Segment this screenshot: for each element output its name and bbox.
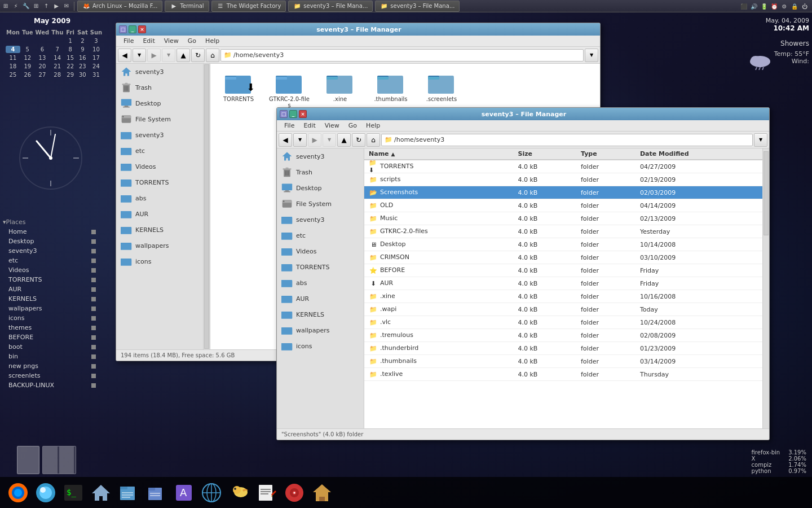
fm1-sidebar-item[interactable]: etc [116, 143, 203, 159]
fm2-menu-go[interactable]: Go [344, 121, 361, 130]
table-row[interactable]: 📁.xine4.0 kB folder10/16/2008 [364, 290, 762, 303]
dock-bird[interactable] [227, 480, 251, 505]
fm2-sidebar-item[interactable]: KERNELS [277, 306, 364, 322]
calendar-day[interactable]: 16 [77, 54, 89, 62]
fm2-list-scroll[interactable] [762, 148, 769, 428]
fm2-sidebar-item[interactable]: Trash [277, 164, 364, 180]
place-item[interactable]: Desktop [0, 237, 104, 246]
calendar-day[interactable]: 30 [77, 71, 89, 78]
fm2-sidebar-item[interactable]: TORRENTS [277, 259, 364, 275]
dock-music[interactable] [282, 480, 307, 505]
fm2-sidebar-item[interactable]: Desktop [277, 180, 364, 196]
table-row[interactable]: ⬇AUR4.0 kB folderFriday [364, 277, 762, 290]
column-header[interactable]: Date Modified [636, 148, 762, 160]
fm2-menu-help[interactable]: Help [361, 121, 385, 130]
fm1-close-btn[interactable]: × [138, 25, 146, 33]
sys-icon-3[interactable]: 🔧 [21, 2, 30, 11]
calendar-day[interactable]: 3 [90, 37, 103, 45]
fm2-refresh-btn[interactable]: ↻ [352, 133, 365, 147]
calendar-day[interactable]: 20 [35, 63, 50, 70]
pager-1[interactable] [17, 446, 39, 474]
fm1-sidebar-item[interactable]: KERNELS [116, 222, 203, 238]
calendar-day[interactable]: 24 [90, 63, 103, 70]
fm2-menu-file[interactable]: File [280, 121, 299, 130]
table-row[interactable]: 📁scripts4.0 kB folder02/19/2009 [364, 173, 762, 186]
dock-files[interactable] [116, 480, 141, 505]
fm1-sidebar-item[interactable]: TORRENTS [116, 174, 203, 190]
table-row[interactable]: 📂Screenshots4.0 kB folder02/03/2009 [364, 186, 762, 199]
place-item[interactable]: screenlets [0, 371, 104, 380]
fm2-home-btn[interactable]: ⌂ [367, 133, 380, 147]
dock-files2[interactable] [144, 480, 169, 505]
fm1-menu-go[interactable]: Go [183, 36, 201, 46]
place-item[interactable]: seventy3 [0, 246, 104, 256]
table-row[interactable]: 📁.texlive4.0 kB folderThursday [364, 368, 762, 381]
sys-icon-4[interactable]: ⊞ [32, 2, 41, 11]
fm1-up-btn[interactable]: ▲ [176, 49, 190, 62]
dock-home[interactable] [89, 480, 113, 505]
fm1-sidebar-item[interactable]: seventy3 [116, 64, 203, 80]
fm1-sidebar-item[interactable]: seventy3 [116, 127, 203, 143]
calendar-day[interactable]: 14 [51, 54, 64, 62]
fm2-sidebar-item[interactable]: Videos [277, 243, 364, 259]
calendar-day[interactable]: 7 [51, 46, 64, 53]
calendar-day[interactable]: 5 [21, 46, 34, 53]
calendar-day[interactable]: 2 [77, 37, 89, 45]
pager-2[interactable] [42, 446, 76, 474]
fm2-sidebar-item[interactable]: seventy3 [277, 212, 364, 227]
table-row[interactable]: 📁⬇TORRENTS4.0 kB folder04/27/2009 [364, 160, 762, 173]
fm1-sidebar-item[interactable]: Videos [116, 159, 203, 174]
dock-terminal[interactable]: $_ [61, 480, 86, 505]
fm2-list-view[interactable]: Name ▲SizeTypeDate Modified📁⬇TORRENTS4.0… [364, 148, 762, 428]
fm1-back-btn[interactable]: ◀ [118, 49, 131, 62]
place-item[interactable]: themes [0, 323, 104, 332]
taskbar-btn-fm1[interactable]: 📁 seventy3 – File Mana... [288, 1, 373, 12]
calendar-day[interactable]: 31 [90, 71, 103, 78]
calendar-day[interactable]: 9 [77, 46, 89, 53]
calendar-day[interactable] [6, 37, 20, 45]
place-item[interactable]: BACKUP-LINUX [0, 380, 104, 390]
place-item[interactable]: wallpapers [0, 304, 104, 313]
table-row[interactable]: 📁Music4.0 kB folder02/13/2009 [364, 212, 762, 225]
calendar-day[interactable] [51, 37, 64, 45]
table-row[interactable]: ⭐BEFORE4.0 kB folderFriday [364, 264, 762, 277]
column-header[interactable]: Name ▲ [364, 148, 513, 160]
dock-house[interactable] [310, 480, 334, 505]
tray-power[interactable]: ⏻ [800, 2, 809, 11]
dock-write[interactable] [254, 480, 279, 505]
fm1-home-btn[interactable]: ⌂ [206, 49, 219, 62]
dock-network[interactable] [199, 480, 224, 505]
sys-icon-6[interactable]: ▶ [52, 2, 61, 11]
calendar-day[interactable]: 18 [6, 63, 20, 70]
calendar-day[interactable]: 6 [35, 46, 50, 53]
calendar-day[interactable] [35, 37, 50, 45]
calendar-day[interactable]: 17 [90, 54, 103, 62]
place-item[interactable]: AUR [0, 284, 104, 294]
place-item[interactable]: TORRENTS [0, 275, 104, 284]
calendar-day[interactable]: 8 [65, 46, 76, 53]
fm1-refresh-btn[interactable]: ↻ [191, 49, 205, 62]
calendar-day[interactable] [21, 37, 34, 45]
tray-lock[interactable]: 🔒 [790, 2, 799, 11]
folder-item[interactable]: ⬇ TORRENTS [216, 69, 261, 110]
sys-icon-5[interactable]: ↑ [42, 2, 51, 11]
table-row[interactable]: 📁.thumbnails4.0 kB folder03/14/2009 [364, 355, 762, 368]
tray-battery[interactable]: 🔋 [760, 2, 769, 11]
fm2-menu-edit[interactable]: Edit [299, 121, 320, 130]
fm2-dropdown-btn[interactable]: ▼ [754, 133, 767, 147]
place-item[interactable]: BEFORE [0, 332, 104, 342]
fm1-menu-view[interactable]: View [160, 36, 183, 46]
calendar-day[interactable]: 1 [65, 37, 76, 45]
folder-item[interactable]: GTKRC-2.0-files [267, 69, 312, 110]
calendar-day[interactable]: 15 [65, 54, 76, 62]
calendar-day[interactable]: 10 [90, 46, 103, 53]
fm1-sidebar-scroll[interactable] [204, 64, 210, 349]
fm1-sidebar-item[interactable]: abs [116, 190, 203, 206]
fm2-sidebar-item[interactable]: seventy3 [277, 148, 364, 164]
table-row[interactable]: 📁.wapi4.0 kB folderToday [364, 303, 762, 316]
calendar-day[interactable]: 4 [6, 46, 20, 53]
fm2-back-drop[interactable]: ▼ [293, 133, 307, 147]
fm1-back-drop[interactable]: ▼ [133, 49, 146, 62]
fm2-sidebar-item[interactable]: abs [277, 275, 364, 291]
calendar-day[interactable]: 12 [21, 54, 34, 62]
